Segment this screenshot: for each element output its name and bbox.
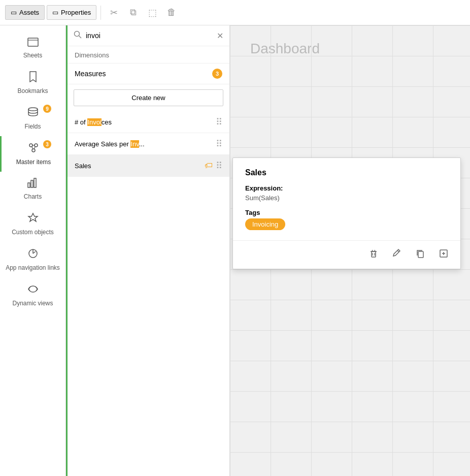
sheets-label: Sheets <box>23 52 42 59</box>
svg-point-3 <box>29 144 32 147</box>
custom-objects-icon <box>27 212 39 227</box>
paste-button[interactable]: ⬚ <box>144 4 161 21</box>
svg-rect-17 <box>372 251 376 257</box>
sidebar-item-dynamic-views[interactable]: Dynamic views <box>0 277 65 313</box>
invoices-highlight: Invoi <box>87 118 101 126</box>
expression-value: Sum(Sales) <box>245 194 448 202</box>
dynamic-views-icon <box>27 283 39 298</box>
panel: ✕ Dimensions Measures 3 Create new # of … <box>68 25 230 476</box>
copy-button[interactable]: ⧉ <box>124 4 142 21</box>
tooltip-delete-button[interactable] <box>365 247 382 263</box>
measures-label: Measures <box>75 70 212 78</box>
delete-button[interactable]: 🗑 <box>163 4 180 21</box>
measures-header: Measures 3 <box>68 63 229 84</box>
clear-search-button[interactable]: ✕ <box>217 31 223 41</box>
svg-line-16 <box>79 36 82 39</box>
tooltip-popup: Sales Expression: Sum(Sales) Tags Invoic… <box>232 157 461 269</box>
sidebar-item-sheets[interactable]: Sheets <box>0 30 65 65</box>
svg-point-4 <box>35 144 38 147</box>
svg-rect-11 <box>34 178 36 187</box>
sidebar-item-app-navigation[interactable]: App navigation links <box>0 242 65 277</box>
tooltip-footer <box>233 240 460 269</box>
properties-label: Properties <box>61 9 91 16</box>
assets-label: Assets <box>19 9 39 16</box>
sidebar-item-charts[interactable]: Charts <box>0 172 65 206</box>
create-new-button[interactable]: Create new <box>74 89 223 106</box>
sheets-icon <box>27 37 39 50</box>
panel-wrapper: ✕ Dimensions Measures 3 Create new # of … <box>66 25 230 476</box>
svg-rect-10 <box>31 180 33 187</box>
svg-point-15 <box>75 31 80 37</box>
assets-icon: ▭ <box>11 9 17 16</box>
canvas-area: Dashboard Sales Expression: Sum(Sales) T… <box>230 25 470 476</box>
custom-objects-label: Custom objects <box>12 229 54 236</box>
sidebar-item-custom-objects[interactable]: Custom objects <box>0 206 65 242</box>
tooltip-tags: Invoicing <box>245 218 448 230</box>
create-new-label: Create new <box>131 94 165 102</box>
master-items-badge: 3 <box>43 140 51 148</box>
app-navigation-icon <box>27 248 39 262</box>
svg-rect-9 <box>28 183 30 187</box>
dimensions-label: Dimensions <box>75 51 109 59</box>
bookmarks-icon <box>29 71 37 85</box>
sidebar-item-master-items[interactable]: 3 Master items <box>0 136 65 172</box>
search-bar: ✕ <box>68 25 229 46</box>
master-items-icon <box>28 142 39 156</box>
svg-point-5 <box>32 149 35 152</box>
fields-icon <box>27 107 39 121</box>
charts-label: Charts <box>24 193 42 200</box>
fields-badge: 9 <box>43 105 51 113</box>
sales-label: Sales <box>75 162 205 170</box>
tooltip-title: Sales <box>245 168 448 177</box>
bookmarks-label: Bookmarks <box>17 87 48 94</box>
sidebar-item-bookmarks[interactable]: Bookmarks <box>0 65 65 101</box>
main-layout: Sheets Bookmarks 9 Fields <box>0 25 470 476</box>
svg-line-7 <box>32 147 33 149</box>
charts-icon <box>27 178 39 191</box>
list-item[interactable]: Average Sales per Inv... ⠿ <box>68 133 229 155</box>
left-sidebar: Sheets Bookmarks 9 Fields <box>0 25 66 476</box>
properties-button[interactable]: ▭ Properties <box>47 5 96 20</box>
tag-invoicing: Invoicing <box>245 218 285 230</box>
sales-menu-button[interactable]: ⠿ <box>216 160 222 171</box>
measures-count-badge: 3 <box>212 69 222 79</box>
avg-sales-highlight: Inv <box>130 140 139 148</box>
separator <box>100 6 101 20</box>
invoices-label: # of Invoices <box>75 118 216 126</box>
assets-button[interactable]: ▭ Assets <box>5 5 45 20</box>
tag-icon: 🏷 <box>205 161 213 170</box>
tooltip-expand-button[interactable] <box>435 247 452 263</box>
list-item[interactable]: Sales 🏷 ⠿ <box>68 155 229 177</box>
master-items-label: Master items <box>16 158 51 166</box>
invoices-menu-button[interactable]: ⠿ <box>216 116 222 128</box>
tooltip-copy-button[interactable] <box>412 247 429 263</box>
dimensions-header: Dimensions <box>68 46 229 63</box>
tags-label: Tags <box>245 209 448 216</box>
fields-label: Fields <box>24 123 41 130</box>
svg-line-8 <box>34 147 36 149</box>
expression-label: Expression: <box>245 184 448 192</box>
tooltip-body: Sales Expression: Sum(Sales) Tags Invoic… <box>233 158 460 240</box>
search-icon <box>74 30 82 41</box>
app-navigation-label: App navigation links <box>6 264 60 271</box>
tooltip-edit-button[interactable] <box>388 247 406 263</box>
sidebar-item-fields[interactable]: 9 Fields <box>0 101 65 136</box>
toolbar: ▭ Assets ▭ Properties ✂ ⧉ ⬚ 🗑 <box>0 0 470 25</box>
search-input[interactable] <box>86 31 213 40</box>
svg-rect-0 <box>28 38 38 46</box>
svg-line-22 <box>397 250 399 252</box>
svg-point-2 <box>28 108 38 111</box>
avg-sales-menu-button[interactable]: ⠿ <box>216 138 222 149</box>
properties-icon: ▭ <box>52 9 58 16</box>
cut-button[interactable]: ✂ <box>105 4 122 21</box>
list-item[interactable]: # of Invoices ⠿ <box>68 111 229 133</box>
dynamic-views-label: Dynamic views <box>12 300 53 307</box>
svg-rect-23 <box>418 251 423 258</box>
avg-sales-label: Average Sales per Inv... <box>75 140 216 148</box>
